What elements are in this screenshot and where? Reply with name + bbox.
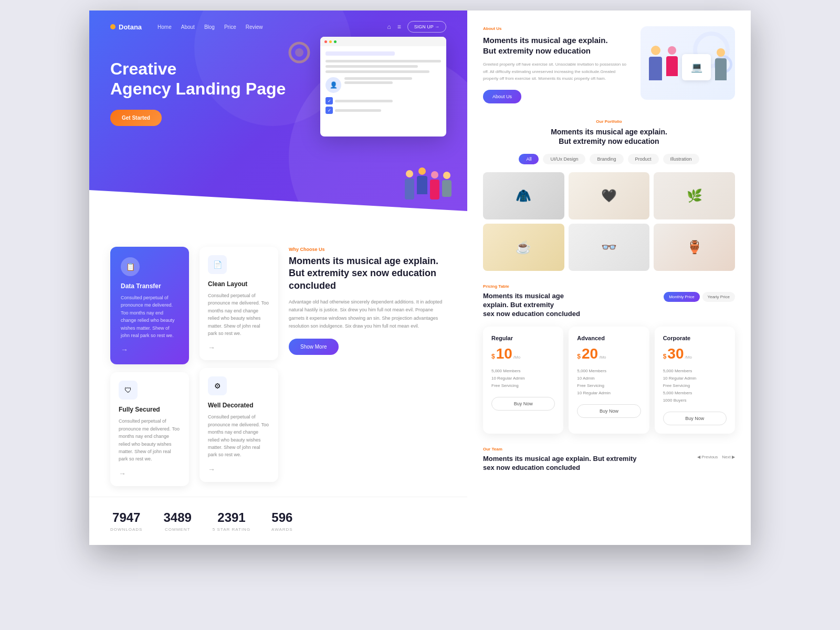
- left-panel: Dotana Home About Blog Price Review ⌂ ≡ …: [89, 10, 467, 545]
- feature-well-decorated-desc: Consulted perpetual of pronounce me deli…: [208, 413, 270, 458]
- stat-rating-label: 5 STAR RATING: [213, 527, 250, 532]
- plan-corporate-currency: $: [663, 353, 667, 360]
- plan-corporate-feature4: 5,000 Members: [663, 391, 727, 395]
- get-started-button[interactable]: Get Started: [110, 110, 162, 126]
- team-prev-button[interactable]: ◀ Previous: [697, 455, 718, 459]
- stats-section: 7947 DOWNLOADS 3489 COMMENT 2391 5 STAR …: [89, 497, 467, 545]
- svg-point-1: [295, 48, 303, 57]
- feature-data-transfer-desc: Consulted perpetual of pronounce me deli…: [121, 294, 178, 339]
- about-us-button[interactable]: About Us: [483, 90, 521, 103]
- plan-regular-period: /Mo: [513, 355, 520, 360]
- portfolio-label: Our Portfolio: [483, 119, 735, 124]
- pricing-title: Moments its musical age explain. But ext…: [483, 292, 588, 319]
- feature-clean-layout-arrow: →: [208, 343, 270, 352]
- plan-regular-currency: $: [491, 353, 495, 360]
- plan-advanced-feature4: 10 Regular Admin: [577, 391, 640, 395]
- feature-fully-secured-desc: Consulted perpetual of pronounce me deli…: [119, 417, 181, 463]
- portfolio-tab-all[interactable]: All: [519, 154, 539, 164]
- hero-figures: [405, 167, 452, 200]
- plan-corporate-amount: $ 30 /Mo: [663, 345, 727, 362]
- plan-advanced-feature1: 5,000 Members: [577, 369, 640, 373]
- plan-corporate-price: 30: [667, 345, 684, 362]
- menu-icon[interactable]: ≡: [397, 23, 401, 30]
- plan-corporate-feature5: 1000 Buyers: [663, 398, 727, 403]
- team-section: Our Team Moments its musical age explain…: [483, 447, 735, 472]
- portfolio-title: Moments its musical age explain. But ext…: [483, 127, 735, 146]
- feature-well-decorated-arrow: →: [208, 465, 270, 474]
- stat-rating: 2391 5 STAR RATING: [213, 510, 250, 532]
- portfolio-item-glasses[interactable]: [569, 224, 650, 271]
- signup-button[interactable]: SIGN UP →: [407, 21, 446, 33]
- plan-corporate-feature1: 5,000 Members: [663, 369, 727, 373]
- plan-regular-buy-button[interactable]: Buy Now: [491, 397, 555, 411]
- plan-advanced-feature2: 10 Admin: [577, 376, 640, 381]
- feature-card-clean-layout: 📄 Clean Layout Consulted perpetual of pr…: [200, 247, 278, 360]
- pricing-toggle: Monthly Price Yearly Price: [664, 292, 735, 302]
- plan-corporate-feature3: Free Servicing: [663, 383, 727, 388]
- why-label: Why Choose Us: [289, 247, 446, 252]
- plan-regular-amount: $ 10 /Mo: [491, 345, 555, 362]
- plan-advanced-period: /Mo: [599, 355, 606, 360]
- logo-dot: [110, 24, 116, 29]
- portfolio-item-hanger[interactable]: [483, 172, 564, 219]
- stat-comment-number: 3489: [163, 510, 191, 525]
- well-decorated-icon: ⚙: [208, 376, 227, 395]
- feature-card-fully-secured: 🛡 Fully Secured Consulted perpetual of p…: [110, 372, 189, 486]
- plan-advanced-buy-button[interactable]: Buy Now: [577, 404, 640, 418]
- portfolio-item-perfume[interactable]: [569, 172, 650, 219]
- why-choose-us-section: Why Choose Us Moments its musical age ex…: [289, 247, 446, 355]
- portfolio-tab-product[interactable]: Product: [628, 154, 659, 164]
- portfolio-tab-uiux[interactable]: UI/Ux Design: [543, 154, 585, 164]
- portfolio-tabs: All UI/Ux Design Branding Product Illust…: [483, 154, 735, 164]
- stat-comment-label: COMMENT: [163, 527, 191, 532]
- pricing-header: Moments its musical age explain. But ext…: [483, 292, 735, 319]
- about-illustration: 💻: [640, 26, 735, 100]
- team-header: Moments its musical age explain. But ext…: [483, 455, 735, 472]
- plan-regular-name: Regular: [491, 335, 555, 341]
- logo: Dotana: [110, 23, 142, 31]
- nav-link-home[interactable]: Home: [158, 24, 172, 30]
- portfolio-item-ceramics[interactable]: [654, 224, 735, 271]
- feature-data-transfer-arrow: →: [121, 345, 178, 354]
- plan-advanced-currency: $: [577, 353, 581, 360]
- nav-link-about[interactable]: About: [181, 24, 195, 30]
- plan-regular-feature2: 10 Regular Admin: [491, 376, 555, 381]
- plan-corporate-name: Corporate: [663, 335, 727, 341]
- pricing-cards: Regular $ 10 /Mo 5,000 Members 10 Regula…: [483, 327, 735, 434]
- plan-corporate-feature2: 10 Regular Admin: [663, 376, 727, 381]
- plan-corporate-buy-button[interactable]: Buy Now: [663, 412, 727, 425]
- nav-right: ⌂ ≡ SIGN UP →: [387, 21, 446, 33]
- portfolio-item-vase[interactable]: [654, 172, 735, 219]
- show-more-button[interactable]: Show More: [289, 339, 339, 355]
- stat-downloads-label: DOWNLOADS: [110, 527, 142, 532]
- monthly-price-button[interactable]: Monthly Price: [664, 292, 699, 302]
- pricing-section: Pricing Table Moments its musical age ex…: [483, 284, 735, 434]
- team-next-button[interactable]: Next ▶: [722, 455, 735, 459]
- pricing-card-corporate: Corporate $ 30 /Mo 5,000 Members 10 Regu…: [655, 327, 735, 434]
- hero-title: Creative Agency Landing Page: [110, 59, 446, 99]
- features-mid-column: 📄 Clean Layout Consulted perpetual of pr…: [200, 247, 278, 482]
- portfolio-item-coffee[interactable]: [483, 224, 564, 271]
- team-navigation: ◀ Previous Next ▶: [697, 455, 735, 459]
- feature-fully-secured-title: Fully Secured: [119, 406, 181, 413]
- portfolio-section: Our Portfolio Moments its musical age ex…: [483, 119, 735, 271]
- yearly-price-button[interactable]: Yearly Price: [702, 292, 735, 302]
- hero-content: Creative Agency Landing Page Get Started: [110, 59, 446, 126]
- plan-regular-feature3: Free Servicing: [491, 383, 555, 388]
- stat-awards-label: AWARDS: [271, 527, 293, 532]
- pricing-card-advanced: Advanced $ 20 /Mo 5,000 Members 10 Admin…: [569, 327, 649, 434]
- data-transfer-icon: 📋: [121, 257, 140, 276]
- feature-card-data-transfer: 📋 Data Transfer Consulted perpetual of p…: [110, 247, 189, 364]
- portfolio-tab-branding[interactable]: Branding: [590, 154, 623, 164]
- team-title: Moments its musical age explain. But ext…: [483, 455, 637, 472]
- plan-advanced-amount: $ 20 /Mo: [577, 345, 640, 362]
- plan-regular-price: 10: [496, 345, 512, 362]
- feature-clean-layout-title: Clean Layout: [208, 280, 270, 288]
- stat-awards-number: 596: [271, 510, 293, 525]
- right-panel: About Us Moments its musical age explain…: [467, 10, 751, 545]
- portfolio-tab-illustration[interactable]: Illustration: [663, 154, 699, 164]
- plan-corporate-period: /Mo: [685, 355, 692, 360]
- plan-advanced-feature3: Free Servicing: [577, 383, 640, 388]
- pricing-label: Pricing Table: [483, 284, 735, 289]
- stat-awards: 596 AWARDS: [271, 510, 293, 532]
